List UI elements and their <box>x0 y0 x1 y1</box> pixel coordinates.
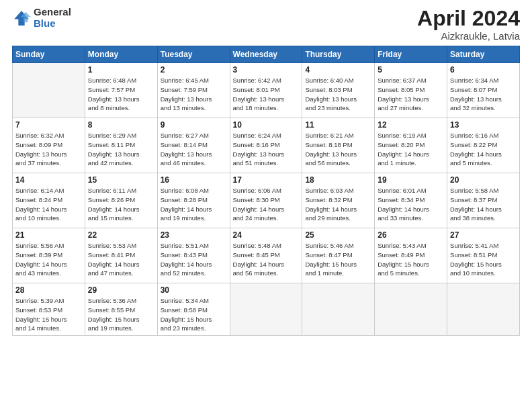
day-number: 28 <box>15 285 82 295</box>
calendar-cell: 29Sunrise: 5:36 AMSunset: 8:55 PMDayligh… <box>85 283 157 336</box>
day-info: Sunrise: 6:08 AMSunset: 8:28 PMDaylight:… <box>161 186 227 223</box>
logo-icon <box>12 9 31 28</box>
calendar-cell: 9Sunrise: 6:27 AMSunset: 8:14 PMDaylight… <box>157 118 230 173</box>
logo-text: General Blue <box>34 7 71 29</box>
calendar-cell <box>302 283 375 336</box>
day-info: Sunrise: 6:29 AMSunset: 8:11 PMDaylight:… <box>88 131 154 168</box>
calendar-cell: 7Sunrise: 6:32 AMSunset: 8:09 PMDaylight… <box>13 118 85 173</box>
day-info: Sunrise: 5:56 AMSunset: 8:39 PMDaylight:… <box>15 241 82 278</box>
day-number: 6 <box>450 65 517 75</box>
day-info: Sunrise: 6:34 AMSunset: 8:07 PMDaylight:… <box>450 76 517 113</box>
calendar-cell: 27Sunrise: 5:41 AMSunset: 8:51 PMDayligh… <box>447 228 520 283</box>
logo: General Blue <box>12 7 71 29</box>
page: General Blue April 2024 Aizkraukle, Latv… <box>0 0 532 411</box>
day-info: Sunrise: 5:39 AMSunset: 8:53 PMDaylight:… <box>15 296 82 333</box>
calendar-cell: 1Sunrise: 6:48 AMSunset: 7:57 PMDaylight… <box>85 63 157 118</box>
week-row-3: 14Sunrise: 6:14 AMSunset: 8:24 PMDayligh… <box>13 173 520 228</box>
calendar-cell: 3Sunrise: 6:42 AMSunset: 8:01 PMDaylight… <box>230 63 302 118</box>
weekday-tuesday: Tuesday <box>157 46 230 63</box>
week-row-5: 28Sunrise: 5:39 AMSunset: 8:53 PMDayligh… <box>13 283 520 336</box>
calendar-cell: 15Sunrise: 6:11 AMSunset: 8:26 PMDayligh… <box>85 173 157 228</box>
calendar-cell: 17Sunrise: 6:06 AMSunset: 8:30 PMDayligh… <box>230 173 302 228</box>
calendar-cell: 12Sunrise: 6:19 AMSunset: 8:20 PMDayligh… <box>375 118 447 173</box>
day-info: Sunrise: 6:03 AMSunset: 8:32 PMDaylight:… <box>305 186 371 223</box>
calendar-cell: 21Sunrise: 5:56 AMSunset: 8:39 PMDayligh… <box>13 228 85 283</box>
calendar-cell: 4Sunrise: 6:40 AMSunset: 8:03 PMDaylight… <box>302 63 375 118</box>
calendar-cell: 14Sunrise: 6:14 AMSunset: 8:24 PMDayligh… <box>13 173 85 228</box>
day-number: 5 <box>378 65 444 75</box>
day-number: 3 <box>233 65 300 75</box>
calendar-cell: 8Sunrise: 6:29 AMSunset: 8:11 PMDaylight… <box>85 118 157 173</box>
week-row-4: 21Sunrise: 5:56 AMSunset: 8:39 PMDayligh… <box>13 228 520 283</box>
day-number: 12 <box>378 120 444 130</box>
day-number: 20 <box>450 175 517 185</box>
day-number: 1 <box>88 65 154 75</box>
calendar-cell: 6Sunrise: 6:34 AMSunset: 8:07 PMDaylight… <box>447 63 520 118</box>
day-info: Sunrise: 6:16 AMSunset: 8:22 PMDaylight:… <box>450 131 517 168</box>
day-info: Sunrise: 5:53 AMSunset: 8:41 PMDaylight:… <box>88 241 154 278</box>
day-number: 2 <box>161 65 227 75</box>
day-number: 7 <box>15 120 82 130</box>
day-number: 14 <box>15 175 82 185</box>
day-number: 13 <box>450 120 517 130</box>
calendar-cell: 18Sunrise: 6:03 AMSunset: 8:32 PMDayligh… <box>302 173 375 228</box>
day-number: 18 <box>305 175 371 185</box>
calendar-cell: 19Sunrise: 6:01 AMSunset: 8:34 PMDayligh… <box>375 173 447 228</box>
day-number: 15 <box>88 175 154 185</box>
day-info: Sunrise: 6:24 AMSunset: 8:16 PMDaylight:… <box>233 131 300 168</box>
weekday-monday: Monday <box>85 46 157 63</box>
calendar-cell: 23Sunrise: 5:51 AMSunset: 8:43 PMDayligh… <box>157 228 230 283</box>
day-number: 23 <box>161 230 227 240</box>
calendar-cell: 28Sunrise: 5:39 AMSunset: 8:53 PMDayligh… <box>13 283 85 336</box>
day-info: Sunrise: 5:48 AMSunset: 8:45 PMDaylight:… <box>233 241 300 278</box>
week-row-2: 7Sunrise: 6:32 AMSunset: 8:09 PMDaylight… <box>13 118 520 173</box>
day-number: 27 <box>450 230 517 240</box>
day-info: Sunrise: 6:45 AMSunset: 7:59 PMDaylight:… <box>161 76 227 113</box>
calendar-cell: 20Sunrise: 5:58 AMSunset: 8:37 PMDayligh… <box>447 173 520 228</box>
calendar-cell: 10Sunrise: 6:24 AMSunset: 8:16 PMDayligh… <box>230 118 302 173</box>
calendar-location: Aizkraukle, Latvia <box>417 30 520 42</box>
day-info: Sunrise: 6:19 AMSunset: 8:20 PMDaylight:… <box>378 131 444 168</box>
day-info: Sunrise: 6:11 AMSunset: 8:26 PMDaylight:… <box>88 186 154 223</box>
day-info: Sunrise: 6:42 AMSunset: 8:01 PMDaylight:… <box>233 76 300 113</box>
day-info: Sunrise: 6:27 AMSunset: 8:14 PMDaylight:… <box>161 131 227 168</box>
calendar-cell: 26Sunrise: 5:43 AMSunset: 8:49 PMDayligh… <box>375 228 447 283</box>
calendar-table: SundayMondayTuesdayWednesdayThursdayFrid… <box>12 46 520 336</box>
day-number: 11 <box>305 120 371 130</box>
day-info: Sunrise: 5:58 AMSunset: 8:37 PMDaylight:… <box>450 186 517 223</box>
title-block: April 2024 Aizkraukle, Latvia <box>417 7 520 42</box>
day-info: Sunrise: 6:40 AMSunset: 8:03 PMDaylight:… <box>305 76 371 113</box>
calendar-cell <box>13 63 85 118</box>
day-info: Sunrise: 6:21 AMSunset: 8:18 PMDaylight:… <box>305 131 371 168</box>
calendar-cell <box>230 283 302 336</box>
header: General Blue April 2024 Aizkraukle, Latv… <box>12 7 520 42</box>
day-number: 21 <box>15 230 82 240</box>
day-number: 9 <box>161 120 227 130</box>
calendar-title: April 2024 <box>417 7 520 30</box>
weekday-thursday: Thursday <box>302 46 375 63</box>
day-number: 8 <box>88 120 154 130</box>
day-number: 10 <box>233 120 300 130</box>
day-number: 25 <box>305 230 371 240</box>
day-number: 30 <box>161 285 227 295</box>
logo-general-text: General <box>34 7 71 18</box>
day-info: Sunrise: 5:34 AMSunset: 8:58 PMDaylight:… <box>161 296 227 333</box>
day-info: Sunrise: 5:36 AMSunset: 8:55 PMDaylight:… <box>88 296 154 333</box>
day-info: Sunrise: 6:32 AMSunset: 8:09 PMDaylight:… <box>15 131 82 168</box>
day-number: 4 <box>305 65 371 75</box>
weekday-wednesday: Wednesday <box>230 46 302 63</box>
day-info: Sunrise: 5:46 AMSunset: 8:47 PMDaylight:… <box>305 241 371 278</box>
day-number: 22 <box>88 230 154 240</box>
calendar-cell: 5Sunrise: 6:37 AMSunset: 8:05 PMDaylight… <box>375 63 447 118</box>
calendar-cell: 2Sunrise: 6:45 AMSunset: 7:59 PMDaylight… <box>157 63 230 118</box>
day-number: 24 <box>233 230 300 240</box>
calendar-cell: 13Sunrise: 6:16 AMSunset: 8:22 PMDayligh… <box>447 118 520 173</box>
day-info: Sunrise: 6:06 AMSunset: 8:30 PMDaylight:… <box>233 186 300 223</box>
calendar-cell <box>375 283 447 336</box>
calendar-cell: 11Sunrise: 6:21 AMSunset: 8:18 PMDayligh… <box>302 118 375 173</box>
day-info: Sunrise: 5:41 AMSunset: 8:51 PMDaylight:… <box>450 241 517 278</box>
week-row-1: 1Sunrise: 6:48 AMSunset: 7:57 PMDaylight… <box>13 63 520 118</box>
day-info: Sunrise: 6:14 AMSunset: 8:24 PMDaylight:… <box>15 186 82 223</box>
weekday-sunday: Sunday <box>13 46 85 63</box>
day-number: 17 <box>233 175 300 185</box>
